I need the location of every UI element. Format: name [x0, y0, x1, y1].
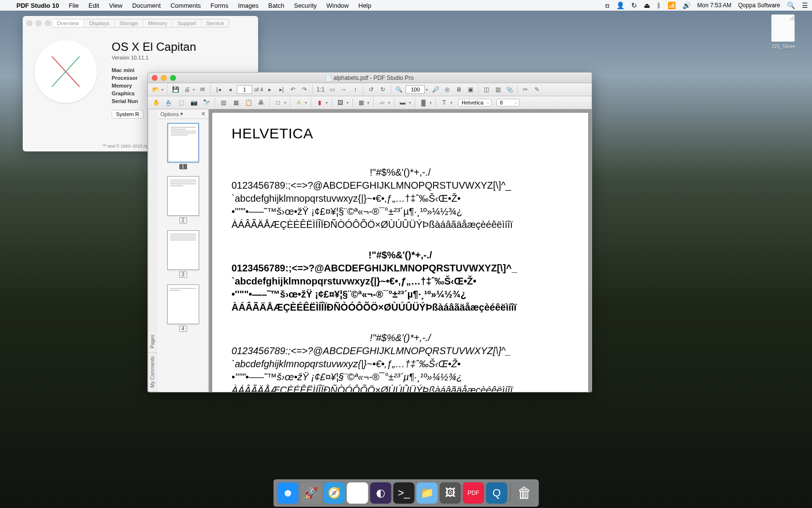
hand-tool-button[interactable]: ✋	[151, 98, 161, 107]
text-annot-button[interactable]: A	[293, 98, 304, 107]
menu-help[interactable]: Help	[354, 2, 377, 9]
tab-overview[interactable]: Overview	[52, 19, 85, 27]
font-family-select[interactable]: Helvetica	[458, 99, 492, 106]
first-page-button[interactable]: |◂	[214, 85, 223, 94]
system-report-button[interactable]: System R	[112, 110, 144, 119]
thumbnail-2[interactable]: 2	[167, 176, 199, 224]
menu-security[interactable]: Security	[289, 2, 321, 9]
menu-view[interactable]: View	[104, 2, 127, 9]
document-view[interactable]: HELVETICA !"#$%&'()*+,-./ 0123456789:;<=…	[209, 109, 592, 392]
eject-icon[interactable]: ⏏	[644, 1, 650, 9]
menubar-clock[interactable]: Mon 7:53 AM	[697, 2, 732, 9]
two-page-button[interactable]: ▥	[493, 85, 503, 94]
thumbnail-3[interactable]: 3	[167, 230, 199, 278]
menu-forms[interactable]: Forms	[206, 2, 233, 9]
form-button[interactable]: ▤	[218, 98, 229, 107]
email-button[interactable]: ✉	[198, 85, 207, 94]
highlight-button[interactable]: ▬	[397, 98, 408, 107]
dock-safari[interactable]: 🧭	[324, 482, 345, 504]
side-tab-comments[interactable]: My Comments	[148, 353, 158, 392]
rotate-cw-button[interactable]: ↻	[378, 85, 388, 94]
thumbs-options-button[interactable]: Options	[160, 111, 179, 117]
fit-width-button[interactable]: ↔	[339, 85, 348, 94]
scan-button[interactable]: 🖶	[256, 98, 266, 107]
pdf-titlebar[interactable]: 📄alphabets.pdf - PDF Studio Pro	[148, 73, 592, 83]
about-titlebar[interactable]: Overview Displays Storage Memory Support…	[23, 16, 258, 30]
rotate-ccw-button[interactable]: ↺	[366, 85, 376, 94]
tab-displays[interactable]: Displays	[84, 19, 115, 27]
timemachine-icon[interactable]: ↻	[631, 1, 637, 9]
attachments-button[interactable]: 📎	[505, 85, 514, 94]
snapshot-button[interactable]: 📷	[188, 98, 199, 107]
menubar-user[interactable]: Qoppa Software	[738, 2, 780, 9]
dropbox-icon[interactable]: ⧈	[605, 1, 609, 10]
page-number-input[interactable]	[237, 85, 252, 94]
menu-comments[interactable]: Comments	[166, 2, 206, 9]
fit-page-button[interactable]: ▭	[327, 85, 337, 94]
menu-images[interactable]: Images	[233, 2, 263, 9]
edit-content-button[interactable]: ✎	[532, 85, 542, 94]
last-page-button[interactable]: ▸|	[276, 85, 286, 94]
menu-edit[interactable]: Edit	[84, 2, 104, 9]
rectangle-button[interactable]: □	[273, 98, 283, 107]
dock-terminal[interactable]: >_	[393, 482, 415, 504]
dock-launchpad[interactable]: 🚀	[301, 482, 322, 504]
wifi-icon[interactable]: 📶	[667, 1, 676, 9]
window-controls[interactable]	[27, 20, 51, 26]
menu-document[interactable]: Document	[127, 2, 165, 9]
side-panel-button[interactable]: ◫	[481, 85, 491, 94]
spotlight-icon[interactable]: 🔍	[787, 1, 795, 9]
thumbs-close-button[interactable]: ✕	[201, 111, 205, 117]
desktop-file-dsstore[interactable]: .DS_Store	[764, 15, 802, 49]
binoculars-icon[interactable]: 👤	[616, 1, 624, 9]
prev-page-button[interactable]: ◂	[225, 85, 235, 94]
bluetooth-icon[interactable]: ᛒ	[657, 1, 661, 9]
snapshot2-button[interactable]: ▣	[465, 85, 475, 94]
text-select-button[interactable]: A̲ᵢ	[163, 98, 174, 107]
next-page-button[interactable]: ▸	[265, 85, 275, 94]
tab-support[interactable]: Support	[173, 19, 202, 27]
thumbnail-4[interactable]: 4	[167, 284, 199, 332]
zoom-input[interactable]	[406, 85, 425, 94]
volume-icon[interactable]: 🔊	[682, 1, 691, 9]
dock-pdf[interactable]: PDF	[463, 482, 484, 504]
tab-memory[interactable]: Memory	[144, 19, 173, 27]
dock-trash[interactable]: 🗑	[514, 482, 535, 504]
stamp-button[interactable]: ▮	[314, 98, 325, 107]
menu-batch[interactable]: Batch	[263, 2, 289, 9]
image-annot-button[interactable]: 🖼	[335, 98, 346, 107]
redact-button[interactable]: ▓	[418, 98, 429, 107]
side-tab-pages[interactable]: Pages	[148, 330, 158, 352]
object-select-button[interactable]: ⬚	[176, 98, 187, 107]
pan-zoom-button[interactable]: 🖥	[454, 85, 464, 94]
prev-view-button[interactable]: ↶	[288, 85, 298, 94]
fit-height-button[interactable]: ↕	[350, 85, 360, 94]
actual-size-button[interactable]: 1:1	[316, 85, 325, 94]
crop-button[interactable]: ✂	[521, 85, 530, 94]
menu-file[interactable]: File	[64, 2, 84, 9]
zoom-out-button[interactable]: 🔍	[394, 85, 404, 94]
loupe-button[interactable]: ◎	[442, 85, 452, 94]
ocr-button[interactable]: 📋	[243, 98, 254, 107]
dock-preview[interactable]: 🖼	[440, 482, 461, 504]
print-button[interactable]: 🖨	[182, 85, 192, 94]
callout-button[interactable]: ▱	[377, 98, 387, 107]
save-button[interactable]: 💾	[171, 85, 180, 94]
tab-service[interactable]: Service	[202, 19, 229, 27]
next-view-button[interactable]: ↷	[300, 85, 309, 94]
notification-center-icon[interactable]: ☰	[802, 1, 808, 9]
form2-button[interactable]: ▦	[231, 98, 241, 107]
dock-chrome[interactable]: ⊚	[347, 482, 368, 504]
dock-finder[interactable]: ☻	[277, 482, 299, 504]
measure-button[interactable]: ▦	[356, 98, 366, 107]
typewriter-button[interactable]: T	[439, 98, 450, 107]
dock-folder[interactable]: 📁	[417, 482, 438, 504]
search-button[interactable]: 🔭	[201, 98, 212, 107]
thumbnail-1[interactable]: 1	[167, 123, 199, 169]
tab-storage[interactable]: Storage	[115, 19, 144, 27]
window-controls[interactable]	[152, 75, 176, 81]
app-menu[interactable]: PDF Studio 10	[12, 2, 64, 9]
font-size-select[interactable]: 8	[496, 99, 520, 106]
dock-pdfstudio[interactable]: Q	[486, 482, 508, 504]
dock-eclipse[interactable]: ◐	[370, 482, 392, 504]
